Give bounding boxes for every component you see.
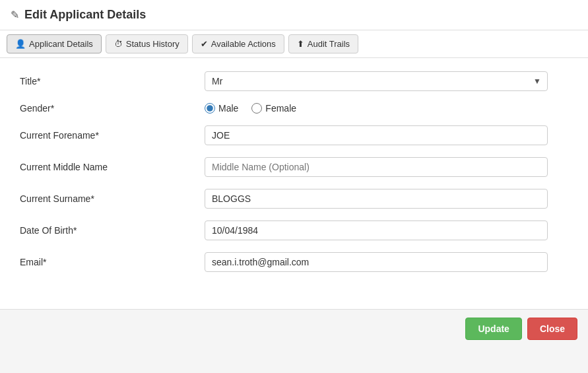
tab-status-history[interactable]: ⏱ Status History [106, 34, 188, 53]
page-title: Edit Applicant Details [24, 8, 146, 22]
tabs-bar: 👤 Applicant Details ⏱ Status History ✔ A… [0, 30, 588, 58]
tab-applicant-details[interactable]: 👤 Applicant Details [7, 34, 102, 53]
update-button[interactable]: Update [465, 318, 521, 340]
gender-female-label: Female [265, 103, 296, 114]
email-label: Email* [20, 257, 205, 267]
gender-female-radio[interactable] [251, 103, 262, 114]
title-select-wrapper: Mr Mrs Miss Ms Dr Prof ▼ [205, 71, 548, 91]
title-row: Title* Mr Mrs Miss Ms Dr Prof ▼ [20, 71, 568, 91]
gender-female-option[interactable]: Female [251, 103, 296, 114]
gender-male-radio[interactable] [205, 103, 215, 114]
dob-label: Date Of Birth* [20, 225, 205, 236]
audit-trails-icon: ⬆ [297, 39, 304, 49]
status-history-icon: ⏱ [114, 39, 123, 49]
forename-row: Current Forename* [20, 125, 568, 145]
forename-label: Current Forename* [20, 130, 205, 141]
surname-label: Current Surname* [20, 193, 205, 204]
gender-row: Gender* Male Female [20, 103, 568, 114]
middlename-input[interactable] [205, 157, 548, 177]
modal-header: ✎ Edit Applicant Details [0, 0, 588, 30]
tab-available-actions[interactable]: ✔ Available Actions [192, 34, 284, 53]
close-button[interactable]: Close [527, 318, 577, 340]
tab-audit-trails[interactable]: ⬆ Audit Trails [288, 34, 358, 53]
dob-row: Date Of Birth* [20, 220, 568, 240]
forename-input[interactable] [205, 125, 548, 145]
surname-input[interactable] [205, 189, 548, 209]
gender-male-option[interactable]: Male [205, 103, 238, 114]
edit-icon: ✎ [11, 9, 19, 21]
applicant-details-icon: 👤 [15, 39, 26, 49]
middlename-row: Current Middle Name [20, 157, 568, 177]
gender-radio-group: Male Female [205, 103, 296, 114]
email-input[interactable] [205, 252, 548, 272]
gender-label: Gender* [20, 103, 205, 114]
gender-male-label: Male [218, 103, 238, 114]
title-select[interactable]: Mr Mrs Miss Ms Dr Prof [205, 71, 548, 91]
available-actions-icon: ✔ [201, 39, 208, 49]
middlename-label: Current Middle Name [20, 162, 205, 172]
surname-row: Current Surname* [20, 189, 568, 209]
email-row: Email* [20, 252, 568, 272]
dob-input[interactable] [205, 220, 548, 240]
modal-footer: Update Close [0, 309, 588, 348]
form-body: Title* Mr Mrs Miss Ms Dr Prof ▼ Gender* … [0, 58, 588, 309]
title-label: Title* [20, 76, 205, 86]
